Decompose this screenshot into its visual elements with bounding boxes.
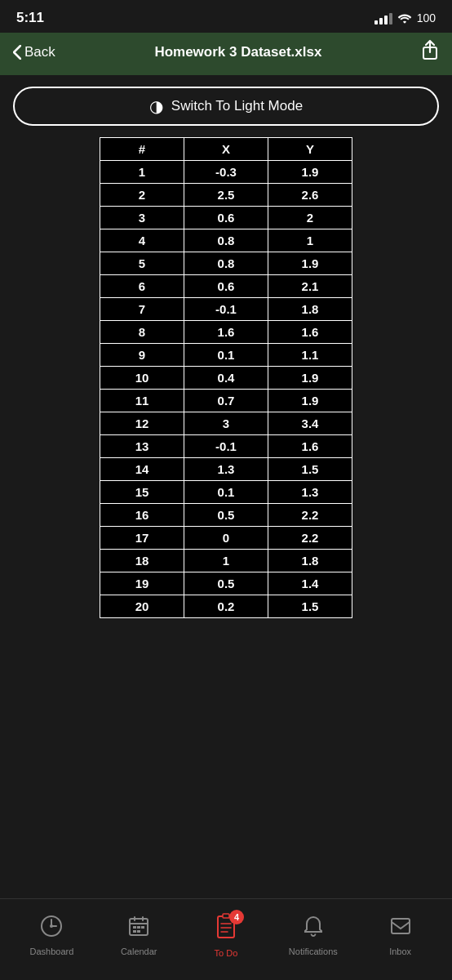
- svg-point-2: [50, 924, 53, 928]
- cell-4-1: 0.8: [184, 229, 268, 252]
- cell-16-2: 2.2: [268, 504, 352, 527]
- cell-17-2: 2.2: [268, 527, 352, 550]
- table-row: 1233.4: [100, 412, 352, 435]
- cell-11-1: 0.7: [184, 390, 268, 412]
- table-row: 200.21.5: [100, 595, 352, 618]
- table-row: 50.81.9: [100, 252, 352, 275]
- cell-18-0: 18: [100, 550, 184, 572]
- cell-17-1: 0: [184, 527, 268, 550]
- cell-15-1: 0.1: [184, 481, 268, 504]
- cell-9-0: 9: [100, 344, 184, 367]
- inbox-icon: [389, 915, 412, 943]
- table-row: 141.31.5: [100, 458, 352, 481]
- table-row: 90.11.1: [100, 344, 352, 367]
- table-row: 1811.8: [100, 550, 352, 572]
- cell-12-0: 12: [100, 412, 184, 435]
- nav-label-todo: To Do: [215, 948, 238, 958]
- svg-rect-10: [223, 914, 229, 918]
- cell-4-0: 4: [100, 229, 184, 252]
- svg-rect-5: [137, 926, 140, 929]
- cell-13-1: -0.1: [184, 435, 268, 458]
- cell-13-2: 1.6: [268, 435, 352, 458]
- cell-12-2: 3.4: [268, 412, 352, 435]
- svg-rect-11: [392, 919, 410, 933]
- cell-6-0: 6: [100, 275, 184, 298]
- cell-6-2: 2.1: [268, 275, 352, 298]
- cell-16-1: 0.5: [184, 504, 268, 527]
- back-button[interactable]: Back: [13, 44, 55, 60]
- table-row: 110.71.9: [100, 390, 352, 412]
- cell-10-1: 0.4: [184, 367, 268, 390]
- nav-item-inbox[interactable]: Inbox: [357, 915, 444, 956]
- nav-label-notifications: Notifications: [289, 947, 338, 956]
- page-title: Homework 3 Dataset.xlsx: [154, 44, 321, 60]
- cell-8-0: 8: [100, 321, 184, 344]
- nav-label-dashboard: Dashboard: [29, 947, 73, 956]
- cell-3-0: 3: [100, 207, 184, 229]
- table-row: 13-0.11.6: [100, 435, 352, 458]
- header: Back Homework 3 Dataset.xlsx: [0, 33, 452, 75]
- cell-20-1: 0.2: [184, 595, 268, 618]
- cell-2-1: 2.5: [184, 184, 268, 207]
- col-header-y: Y: [268, 138, 352, 161]
- cell-14-0: 14: [100, 458, 184, 481]
- col-header-num: #: [100, 138, 184, 161]
- share-button[interactable]: [421, 39, 439, 65]
- cell-19-0: 19: [100, 572, 184, 595]
- table-row: 1702.2: [100, 527, 352, 550]
- cell-14-2: 1.5: [268, 458, 352, 481]
- nav-item-notifications[interactable]: Notifications: [269, 915, 357, 956]
- cell-1-0: 1: [100, 161, 184, 184]
- nav-item-todo[interactable]: 4 To Do: [183, 913, 270, 958]
- cell-17-0: 17: [100, 527, 184, 550]
- calendar-icon: [127, 915, 150, 943]
- cell-5-2: 1.9: [268, 252, 352, 275]
- cell-19-1: 0.5: [184, 572, 268, 595]
- light-mode-toggle[interactable]: ◑ Switch To Light Mode: [13, 87, 439, 126]
- table-row: 160.52.2: [100, 504, 352, 527]
- todo-badge-container: 4: [215, 913, 237, 945]
- toggle-container: ◑ Switch To Light Mode: [0, 75, 452, 137]
- signal-icon: [374, 11, 392, 24]
- nav-item-calendar[interactable]: Calendar: [95, 915, 183, 956]
- todo-badge: 4: [229, 910, 244, 924]
- cell-1-2: 1.9: [268, 161, 352, 184]
- cell-15-0: 15: [100, 481, 184, 504]
- status-icons: 100: [374, 11, 436, 24]
- bottom-nav: Dashboard Calendar: [0, 898, 452, 980]
- svg-rect-7: [133, 930, 136, 933]
- nav-label-calendar: Calendar: [121, 947, 157, 956]
- notifications-icon: [302, 915, 325, 943]
- cell-2-0: 2: [100, 184, 184, 207]
- table-row: 7-0.11.8: [100, 298, 352, 321]
- cell-16-0: 16: [100, 504, 184, 527]
- half-circle-icon: ◑: [149, 96, 163, 116]
- cell-9-2: 1.1: [268, 344, 352, 367]
- cell-12-1: 3: [184, 412, 268, 435]
- back-label: Back: [24, 44, 55, 60]
- cell-10-0: 10: [100, 367, 184, 390]
- cell-5-1: 0.8: [184, 252, 268, 275]
- cell-14-1: 1.3: [184, 458, 268, 481]
- cell-18-1: 1: [184, 550, 268, 572]
- nav-label-inbox: Inbox: [389, 947, 411, 956]
- table-row: 60.62.1: [100, 275, 352, 298]
- cell-7-0: 7: [100, 298, 184, 321]
- cell-8-2: 1.6: [268, 321, 352, 344]
- table-row: 22.52.6: [100, 184, 352, 207]
- cell-4-2: 1: [268, 229, 352, 252]
- table-row: 40.81: [100, 229, 352, 252]
- table-row: 1-0.31.9: [100, 161, 352, 184]
- cell-11-2: 1.9: [268, 390, 352, 412]
- table-row: 190.51.4: [100, 572, 352, 595]
- status-bar: 5:11 100: [0, 0, 452, 33]
- cell-6-1: 0.6: [184, 275, 268, 298]
- col-header-x: X: [184, 138, 268, 161]
- chevron-left-icon: [13, 45, 21, 60]
- cell-3-2: 2: [268, 207, 352, 229]
- nav-item-dashboard[interactable]: Dashboard: [8, 915, 95, 956]
- data-table-container: # X Y 1-0.31.922.52.630.6240.8150.81.960…: [0, 137, 452, 618]
- table-header-row: # X Y: [100, 138, 352, 161]
- cell-9-1: 0.1: [184, 344, 268, 367]
- cell-8-1: 1.6: [184, 321, 268, 344]
